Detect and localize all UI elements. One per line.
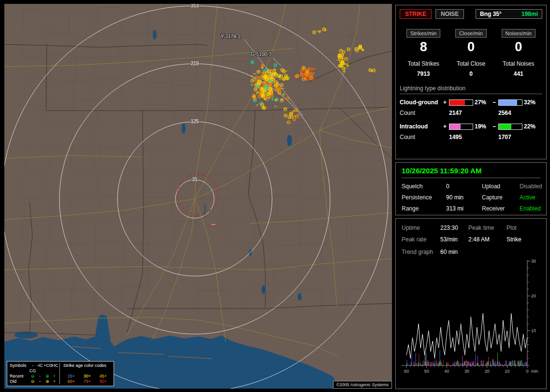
noise-toggle-button[interactable]: NOISE (435, 9, 464, 19)
uptime-label: Uptime (402, 224, 440, 231)
svg-text:10: 10 (505, 369, 509, 374)
ic-minus-pct: 22% (522, 123, 542, 130)
status-panel: STRIKE NOISE Bng 35° 198mi Strikes/min 8… (395, 5, 547, 389)
svg-text:40: 40 (444, 369, 449, 374)
cg-minus-bar (498, 99, 522, 106)
cloud-ground-counts: Count 2147 2564 (400, 110, 542, 116)
capture-label: Capture (482, 194, 520, 201)
total-noises-value: 441 (495, 70, 542, 77)
plus-sign: + (443, 99, 449, 106)
plus-sign: + (443, 123, 449, 130)
uptime-value: 223:30 (440, 224, 468, 231)
svg-text:20: 20 (485, 369, 490, 374)
old-circle-minus-icon: ⊖ (29, 379, 36, 384)
svg-text:30: 30 (531, 259, 536, 264)
strikes-column: Strikes/min 8 Total Strikes 7913 (400, 28, 447, 77)
range-value: 313 mi (446, 205, 482, 212)
peak-rate-label: Peak rate (402, 236, 440, 243)
settings-grid: Squelch 0 Upload Disabled Persistence 90… (402, 183, 540, 212)
map-canvas: 31125219313 Y-3174-1 G-5100-7 (4, 4, 392, 389)
persistence-value: 90 min (446, 194, 482, 201)
noises-per-min-value: 0 (495, 40, 542, 55)
recent-circle-minus-icon: ⊖ (29, 374, 36, 379)
close-alarm-circle (177, 174, 218, 215)
age-75: 75+ (79, 379, 95, 384)
capture-status: Active (520, 194, 542, 201)
water-layer (4, 30, 340, 389)
cg-minus-pct: 32% (522, 99, 542, 106)
datetime-display: 10/26/2025 11:59:20 AM (402, 167, 540, 178)
cg-plus-bar (449, 99, 473, 106)
cg-minus-count: 2564 (498, 110, 522, 116)
old-plus-icon: + (51, 379, 58, 384)
close-per-min-header: Close/min (455, 29, 487, 38)
copyright-notice: ©2005 Astrogenic Systems (333, 381, 392, 389)
intracloud-label: Intracloud (400, 123, 443, 130)
lightning-map[interactable]: 31125219313 Y-3174-1 G-5100-7 Symbols -C… (4, 4, 392, 389)
count-label: Count (400, 134, 443, 140)
svg-text:50: 50 (424, 369, 429, 374)
cloud-ground-label: Cloud-ground (400, 99, 443, 106)
map-overlays (177, 40, 303, 224)
range-ring-labels: 31125219313 (191, 4, 199, 182)
squelch-value: 0 (446, 183, 482, 190)
recent-plus-icon: + (51, 374, 58, 379)
close-per-min-value: 0 (447, 40, 494, 55)
close-column: Close/min 0 Total Close 0 (447, 28, 494, 77)
plot-label: Plot (507, 224, 540, 231)
legend-symbols-title: Symbols (10, 363, 29, 374)
state-borders (4, 44, 392, 335)
upload-status: Disabled (520, 183, 542, 190)
svg-text:30: 30 (464, 369, 469, 374)
stats-grid: Uptime 223:30 Peak time Plot Peak rate 5… (402, 224, 540, 243)
total-strikes-value: 7913 (400, 70, 447, 77)
svg-text:60: 60 (404, 369, 409, 374)
receiver-label: Receiver (482, 205, 520, 212)
peak-time-label: Peak time (468, 224, 507, 231)
total-close-value: 0 (447, 70, 494, 77)
trend-graph-label: Trend graph (402, 249, 440, 255)
age-15: 15+ (63, 374, 79, 379)
ic-minus-bar (498, 124, 522, 130)
peak-time-value: 2:48 AM (468, 236, 507, 243)
svg-text:20: 20 (531, 294, 536, 298)
trend-graph: 1020306050403020100min (402, 259, 543, 376)
bearing-distance: 198mi (521, 11, 538, 17)
receiver-status: Enabled (520, 205, 542, 212)
legend-col-pos-cg: +CG (43, 363, 51, 374)
intracloud-row: Intracloud + 19% − 22% (400, 123, 542, 130)
minus-sign: − (492, 123, 498, 130)
bearing-value: Bng 35° (480, 11, 502, 17)
ic-minus-count: 1707 (498, 134, 522, 140)
bearing-readout: Bng 35° 198mi (476, 9, 542, 19)
trend-box: Uptime 223:30 Peak time Plot Peak rate 5… (395, 218, 547, 389)
peak-rate-value: 53/min (440, 236, 468, 243)
age-60: 60+ (63, 379, 79, 384)
station-label-2: G-5100-7 (251, 52, 272, 57)
noises-per-min-header: Noises/min (502, 29, 536, 38)
total-strikes-label: Total Strikes (400, 60, 447, 67)
legend-col-pos-ic: +IC (51, 363, 58, 374)
old-minus-icon: − (36, 379, 43, 384)
station-leader-line (245, 40, 303, 116)
age-30: 30+ (79, 374, 95, 379)
squelch-label: Squelch (402, 183, 446, 190)
upload-label: Upload (482, 183, 520, 190)
noises-column: Noises/min 0 Total Noises 441 (495, 28, 542, 77)
svg-text:min: min (531, 369, 538, 374)
strikes-per-min-value: 8 (400, 40, 447, 55)
strike-symbols (250, 28, 376, 124)
station-label-1: Y-3174-1 (221, 34, 241, 39)
svg-text:313: 313 (191, 4, 199, 8)
persistence-label: Persistence (402, 194, 446, 201)
svg-text:31: 31 (192, 177, 198, 182)
svg-text:219: 219 (191, 61, 199, 66)
strike-toggle-button[interactable]: STRIKE (400, 9, 432, 19)
recent-circle-plus-icon: ⊕ (43, 374, 51, 379)
cg-plus-pct: 27% (473, 99, 492, 106)
minus-sign: − (492, 99, 498, 106)
strikes-per-min-header: Strikes/min (406, 29, 440, 38)
trend-graph-value: 60 min (440, 249, 540, 255)
distribution-title: Lightning type distribution (400, 85, 542, 94)
old-circle-plus-icon: ⊕ (43, 379, 51, 384)
